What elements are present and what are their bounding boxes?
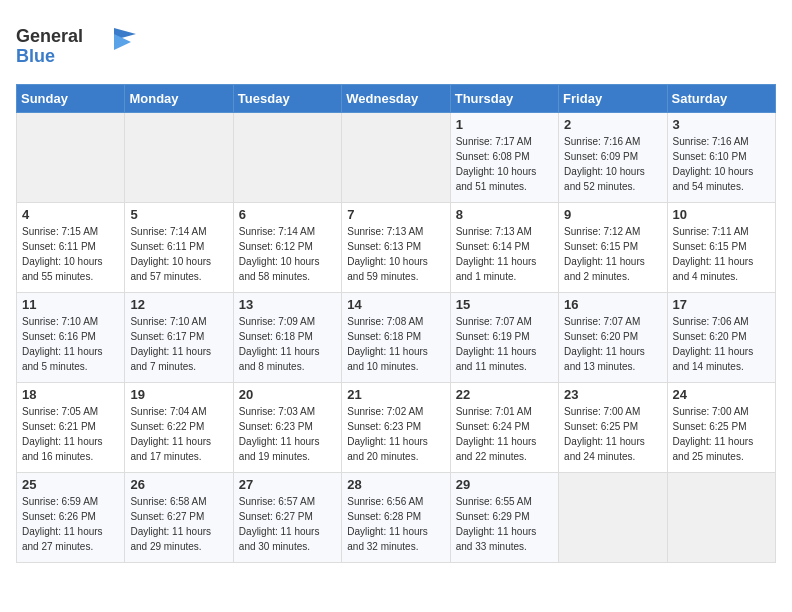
header-cell-monday: Monday: [125, 85, 233, 113]
day-number: 13: [239, 297, 336, 312]
cell-info: Sunrise: 7:10 AM Sunset: 6:17 PM Dayligh…: [130, 314, 227, 374]
day-number: 28: [347, 477, 444, 492]
cell-info: Sunrise: 7:17 AM Sunset: 6:08 PM Dayligh…: [456, 134, 553, 194]
calendar-header: SundayMondayTuesdayWednesdayThursdayFrid…: [17, 85, 776, 113]
calendar-cell: 4Sunrise: 7:15 AM Sunset: 6:11 PM Daylig…: [17, 203, 125, 293]
cell-info: Sunrise: 7:15 AM Sunset: 6:11 PM Dayligh…: [22, 224, 119, 284]
cell-info: Sunrise: 7:16 AM Sunset: 6:09 PM Dayligh…: [564, 134, 661, 194]
day-number: 22: [456, 387, 553, 402]
header-row: SundayMondayTuesdayWednesdayThursdayFrid…: [17, 85, 776, 113]
day-number: 19: [130, 387, 227, 402]
cell-info: Sunrise: 6:57 AM Sunset: 6:27 PM Dayligh…: [239, 494, 336, 554]
day-number: 4: [22, 207, 119, 222]
cell-info: Sunrise: 7:11 AM Sunset: 6:15 PM Dayligh…: [673, 224, 770, 284]
calendar-cell: 12Sunrise: 7:10 AM Sunset: 6:17 PM Dayli…: [125, 293, 233, 383]
calendar-cell: 25Sunrise: 6:59 AM Sunset: 6:26 PM Dayli…: [17, 473, 125, 563]
calendar-cell: 14Sunrise: 7:08 AM Sunset: 6:18 PM Dayli…: [342, 293, 450, 383]
header-cell-saturday: Saturday: [667, 85, 775, 113]
calendar-cell: 20Sunrise: 7:03 AM Sunset: 6:23 PM Dayli…: [233, 383, 341, 473]
header-cell-thursday: Thursday: [450, 85, 558, 113]
calendar-cell: 16Sunrise: 7:07 AM Sunset: 6:20 PM Dayli…: [559, 293, 667, 383]
day-number: 26: [130, 477, 227, 492]
calendar-cell: 8Sunrise: 7:13 AM Sunset: 6:14 PM Daylig…: [450, 203, 558, 293]
cell-info: Sunrise: 7:04 AM Sunset: 6:22 PM Dayligh…: [130, 404, 227, 464]
day-number: 21: [347, 387, 444, 402]
cell-info: Sunrise: 7:02 AM Sunset: 6:23 PM Dayligh…: [347, 404, 444, 464]
calendar-cell: 11Sunrise: 7:10 AM Sunset: 6:16 PM Dayli…: [17, 293, 125, 383]
cell-info: Sunrise: 7:13 AM Sunset: 6:14 PM Dayligh…: [456, 224, 553, 284]
day-number: 18: [22, 387, 119, 402]
cell-info: Sunrise: 7:07 AM Sunset: 6:19 PM Dayligh…: [456, 314, 553, 374]
cell-info: Sunrise: 7:12 AM Sunset: 6:15 PM Dayligh…: [564, 224, 661, 284]
week-row-3: 11Sunrise: 7:10 AM Sunset: 6:16 PM Dayli…: [17, 293, 776, 383]
cell-info: Sunrise: 7:07 AM Sunset: 6:20 PM Dayligh…: [564, 314, 661, 374]
cell-info: Sunrise: 6:59 AM Sunset: 6:26 PM Dayligh…: [22, 494, 119, 554]
calendar-cell: 5Sunrise: 7:14 AM Sunset: 6:11 PM Daylig…: [125, 203, 233, 293]
calendar-cell: 13Sunrise: 7:09 AM Sunset: 6:18 PM Dayli…: [233, 293, 341, 383]
calendar-cell: 17Sunrise: 7:06 AM Sunset: 6:20 PM Dayli…: [667, 293, 775, 383]
day-number: 20: [239, 387, 336, 402]
day-number: 27: [239, 477, 336, 492]
day-number: 8: [456, 207, 553, 222]
day-number: 10: [673, 207, 770, 222]
week-row-5: 25Sunrise: 6:59 AM Sunset: 6:26 PM Dayli…: [17, 473, 776, 563]
day-number: 23: [564, 387, 661, 402]
day-number: 9: [564, 207, 661, 222]
calendar-cell: 27Sunrise: 6:57 AM Sunset: 6:27 PM Dayli…: [233, 473, 341, 563]
day-number: 17: [673, 297, 770, 312]
calendar-cell: 3Sunrise: 7:16 AM Sunset: 6:10 PM Daylig…: [667, 113, 775, 203]
header-cell-friday: Friday: [559, 85, 667, 113]
cell-info: Sunrise: 7:00 AM Sunset: 6:25 PM Dayligh…: [673, 404, 770, 464]
calendar-cell: 9Sunrise: 7:12 AM Sunset: 6:15 PM Daylig…: [559, 203, 667, 293]
cell-info: Sunrise: 6:56 AM Sunset: 6:28 PM Dayligh…: [347, 494, 444, 554]
cell-info: Sunrise: 7:00 AM Sunset: 6:25 PM Dayligh…: [564, 404, 661, 464]
day-number: 5: [130, 207, 227, 222]
day-number: 12: [130, 297, 227, 312]
cell-info: Sunrise: 7:13 AM Sunset: 6:13 PM Dayligh…: [347, 224, 444, 284]
calendar-cell: 18Sunrise: 7:05 AM Sunset: 6:21 PM Dayli…: [17, 383, 125, 473]
calendar-cell: [17, 113, 125, 203]
calendar-cell: 21Sunrise: 7:02 AM Sunset: 6:23 PM Dayli…: [342, 383, 450, 473]
day-number: 2: [564, 117, 661, 132]
day-number: 11: [22, 297, 119, 312]
week-row-1: 1Sunrise: 7:17 AM Sunset: 6:08 PM Daylig…: [17, 113, 776, 203]
day-number: 15: [456, 297, 553, 312]
day-number: 1: [456, 117, 553, 132]
calendar-cell: [559, 473, 667, 563]
day-number: 25: [22, 477, 119, 492]
logo-text: General Blue: [16, 20, 136, 74]
cell-info: Sunrise: 7:16 AM Sunset: 6:10 PM Dayligh…: [673, 134, 770, 194]
week-row-4: 18Sunrise: 7:05 AM Sunset: 6:21 PM Dayli…: [17, 383, 776, 473]
calendar-cell: [342, 113, 450, 203]
calendar-cell: 10Sunrise: 7:11 AM Sunset: 6:15 PM Dayli…: [667, 203, 775, 293]
day-number: 29: [456, 477, 553, 492]
calendar-cell: [233, 113, 341, 203]
calendar-cell: [125, 113, 233, 203]
header-cell-sunday: Sunday: [17, 85, 125, 113]
calendar-cell: 26Sunrise: 6:58 AM Sunset: 6:27 PM Dayli…: [125, 473, 233, 563]
calendar-cell: 22Sunrise: 7:01 AM Sunset: 6:24 PM Dayli…: [450, 383, 558, 473]
day-number: 6: [239, 207, 336, 222]
day-number: 16: [564, 297, 661, 312]
calendar-cell: 19Sunrise: 7:04 AM Sunset: 6:22 PM Dayli…: [125, 383, 233, 473]
calendar-cell: 24Sunrise: 7:00 AM Sunset: 6:25 PM Dayli…: [667, 383, 775, 473]
week-row-2: 4Sunrise: 7:15 AM Sunset: 6:11 PM Daylig…: [17, 203, 776, 293]
calendar-cell: 23Sunrise: 7:00 AM Sunset: 6:25 PM Dayli…: [559, 383, 667, 473]
calendar-cell: [667, 473, 775, 563]
day-number: 14: [347, 297, 444, 312]
calendar-body: 1Sunrise: 7:17 AM Sunset: 6:08 PM Daylig…: [17, 113, 776, 563]
svg-text:General: General: [16, 26, 83, 46]
header-cell-wednesday: Wednesday: [342, 85, 450, 113]
header-cell-tuesday: Tuesday: [233, 85, 341, 113]
calendar-cell: 15Sunrise: 7:07 AM Sunset: 6:19 PM Dayli…: [450, 293, 558, 383]
calendar-cell: 1Sunrise: 7:17 AM Sunset: 6:08 PM Daylig…: [450, 113, 558, 203]
svg-text:Blue: Blue: [16, 46, 55, 66]
cell-info: Sunrise: 7:05 AM Sunset: 6:21 PM Dayligh…: [22, 404, 119, 464]
cell-info: Sunrise: 7:03 AM Sunset: 6:23 PM Dayligh…: [239, 404, 336, 464]
day-number: 7: [347, 207, 444, 222]
cell-info: Sunrise: 6:55 AM Sunset: 6:29 PM Dayligh…: [456, 494, 553, 554]
cell-info: Sunrise: 7:01 AM Sunset: 6:24 PM Dayligh…: [456, 404, 553, 464]
calendar-cell: 29Sunrise: 6:55 AM Sunset: 6:29 PM Dayli…: [450, 473, 558, 563]
calendar-cell: 6Sunrise: 7:14 AM Sunset: 6:12 PM Daylig…: [233, 203, 341, 293]
cell-info: Sunrise: 7:10 AM Sunset: 6:16 PM Dayligh…: [22, 314, 119, 374]
